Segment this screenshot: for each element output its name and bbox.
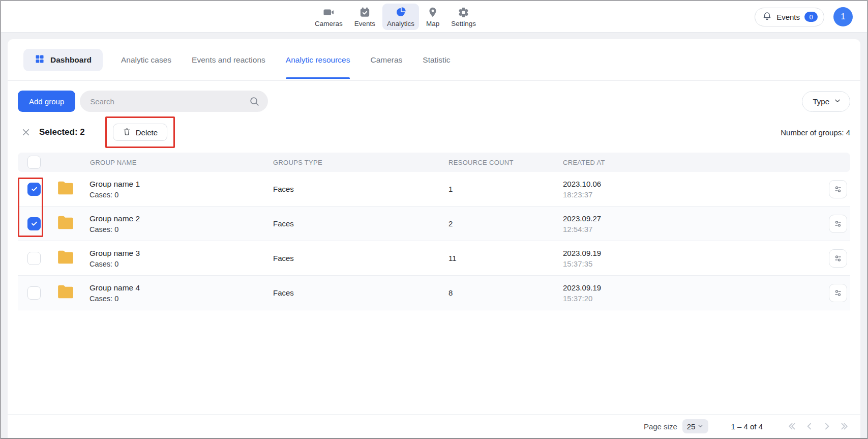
empty-area [8,310,860,414]
tab-analytic-cases[interactable]: Analytic cases [121,55,171,65]
row-checkbox[interactable] [27,286,41,300]
resource-count: 11 [448,254,563,262]
folder-icon [57,284,74,301]
group-cases: Cases: 0 [89,259,140,269]
resource-count: 2 [448,219,563,228]
row-settings-button[interactable] [829,284,847,302]
topnav-item-events[interactable]: Events [350,4,380,30]
chevron-down-icon [697,422,704,431]
topbar-right: Events 0 1 [755,1,853,33]
table-row[interactable]: Group name 3Cases: 0 Faces 11 2023.09.19… [18,241,850,276]
groups-count-label: Number of groups: 4 [781,128,850,137]
sliders-icon [833,253,843,264]
column-header-created-at: CREATED AT [563,159,811,166]
row-settings-button[interactable] [829,249,847,268]
topnav-item-settings[interactable]: Settings [446,4,481,30]
created-time: 15:37:20 [563,293,811,304]
top-bar: Cameras Events Analytics Map [1,1,867,33]
prev-page-icon[interactable] [804,421,815,431]
delete-button[interactable]: Delete [113,124,167,141]
dashboard-grid-icon [35,54,45,66]
map-pin-icon [427,6,438,18]
pie-chart-icon [395,6,407,18]
gear-icon [458,6,469,18]
created-time: 15:37:35 [563,258,811,269]
created-date: 2023.10.06 [563,179,811,189]
camera-icon [322,6,335,18]
group-name: Group name 2 [89,213,140,224]
selection-bar: Selected: 2 Delete Number of groups: 4 [8,112,860,153]
row-settings-button[interactable] [829,180,847,198]
folder-icon [57,215,74,232]
resource-count: 8 [448,288,563,297]
group-name: Group name 1 [89,179,140,190]
groups-table: GROUP NAME GROUPS TYPE RESOURCE COUNT CR… [18,153,850,310]
calendar-check-icon [359,6,371,18]
sliders-icon [833,219,843,229]
tabs-row: Dashboard Analytic cases Events and reac… [8,39,860,81]
last-page-icon[interactable] [839,421,849,431]
sub-tabs: Analytic cases Events and reactions Anal… [121,55,451,65]
row-checkbox[interactable] [27,252,41,265]
sliders-icon [833,184,843,194]
clear-selection-icon[interactable] [21,127,31,137]
page-size-select[interactable]: 25 [682,419,709,433]
tab-statistic[interactable]: Statistic [423,55,450,65]
search-input[interactable] [80,91,268,112]
type-filter-label: Type [813,97,829,106]
group-name: Group name 4 [89,282,140,294]
next-page-icon[interactable] [822,421,832,431]
column-header-resource-count: RESOURCE COUNT [448,159,563,166]
type-filter-button[interactable]: Type [802,91,850,112]
app-window: Cameras Events Analytics Map [0,0,868,439]
pagination-bar: Page size 25 1 – 4 of 4 [8,414,860,438]
created-date: 2023.09.19 [563,282,811,293]
dashboard-label: Dashboard [50,55,92,65]
topnav-item-map[interactable]: Map [422,4,444,30]
row-settings-button[interactable] [829,215,847,233]
events-button-label: Events [776,13,800,21]
topnav-item-cameras[interactable]: Cameras [310,4,347,30]
table-row[interactable]: Group name 4Cases: 0 Faces 8 2023.09.191… [18,276,850,310]
first-page-icon[interactable] [787,421,797,431]
group-type: Faces [273,254,448,262]
chevron-down-icon [833,97,842,106]
dashboard-button[interactable]: Dashboard [23,49,103,71]
events-count-badge: 0 [804,12,818,22]
topnav-label: Analytics [387,20,414,27]
created-date: 2023.09.27 [563,213,811,224]
created-time: 18:23:37 [563,189,811,200]
select-all-checkbox[interactable] [27,156,41,169]
trash-icon [123,127,131,138]
toolbar: Add group Type [8,91,860,112]
add-group-button[interactable]: Add group [18,91,75,112]
row-checkbox[interactable] [27,217,41,230]
column-header-groups-type: GROUPS TYPE [273,159,448,166]
column-header-group-name: GROUP NAME [50,159,273,166]
row-checkbox[interactable] [27,183,41,196]
page-background: Dashboard Analytic cases Events and reac… [1,33,867,438]
pager-controls [787,421,849,431]
user-avatar[interactable]: 1 [833,7,853,26]
selected-count-label: Selected: 2 [39,127,85,137]
tab-events-and-reactions[interactable]: Events and reactions [192,55,265,65]
topnav-label: Cameras [315,20,343,27]
sliders-icon [833,288,843,298]
table-row[interactable]: Group name 1Cases: 0 Faces 1 2023.10.061… [18,172,850,207]
bell-icon [762,11,772,23]
topnav-item-analytics[interactable]: Analytics [382,4,419,30]
group-type: Faces [273,288,448,297]
content-card: Dashboard Analytic cases Events and reac… [8,39,860,438]
events-button[interactable]: Events 0 [755,8,824,26]
folder-icon [57,181,74,197]
group-cases: Cases: 0 [89,224,140,235]
created-time: 12:54:37 [563,224,811,235]
tab-cameras[interactable]: Cameras [370,55,402,65]
group-cases: Cases: 0 [89,294,140,304]
topnav-label: Events [354,20,375,27]
resource-count: 1 [448,185,563,193]
topnav-label: Map [426,20,439,27]
table-row[interactable]: Group name 2Cases: 0 Faces 2 2023.09.271… [18,207,850,241]
created-date: 2023.09.19 [563,248,811,258]
tab-analytic-resources[interactable]: Analytic resources [286,55,350,65]
